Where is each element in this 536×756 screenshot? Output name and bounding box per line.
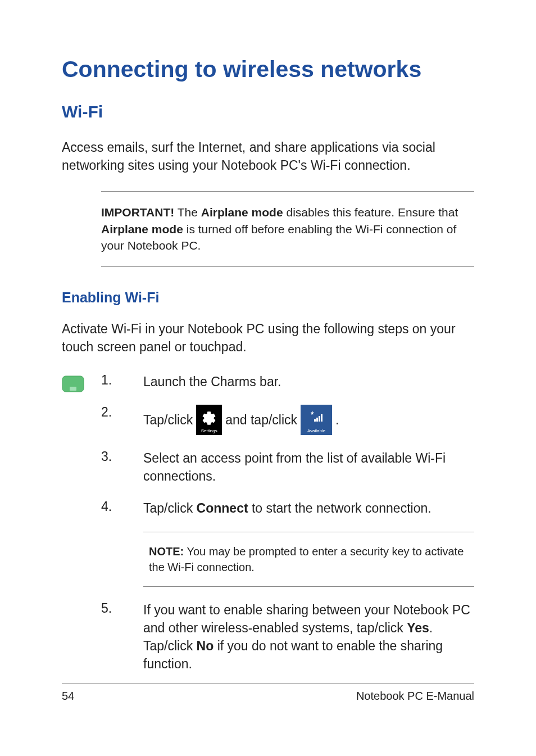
step-5-number: 5.: [101, 601, 143, 673]
svg-rect-5: [319, 416, 320, 422]
step-2-text-a: Tap/click: [143, 411, 193, 429]
step-3-number: 3.: [101, 449, 143, 485]
subsection-intro: Activate Wi-Fi in your Notebook PC using…: [62, 320, 474, 356]
step-2-number: 2.: [101, 405, 143, 435]
page-footer: 54 Notebook PC E-Manual: [62, 683, 474, 703]
step-5-text: If you want to enable sharing between yo…: [143, 601, 474, 673]
step-3: 3. Select an access point from the list …: [101, 449, 474, 485]
step-1: 1. Launch the Charms bar.: [101, 373, 474, 391]
touchpad-icon: [62, 375, 84, 687]
important-part2: disables this feature. Ensure that: [283, 206, 458, 219]
step-2: 2. Tap/click Settings and tap/click *: [101, 405, 474, 435]
note-callout: NOTE: You may be prompted to enter a sec…: [143, 532, 474, 587]
important-label: IMPORTANT!: [101, 206, 174, 219]
note-body: You may be prompted to enter a security …: [149, 545, 464, 573]
step-5: 5. If you want to enable sharing between…: [101, 601, 474, 673]
svg-rect-1: [70, 387, 76, 391]
section-heading-wifi: Wi-Fi: [62, 102, 474, 121]
important-bold1: Airplane mode: [201, 206, 283, 219]
step-5-bold2: No: [197, 639, 214, 653]
step-4-text: Tap/click Connect to start the network c…: [143, 499, 474, 517]
note-text: NOTE: You may be prompted to enter a sec…: [149, 544, 469, 575]
step-5-bold1: Yes: [407, 621, 429, 635]
step-4-number: 4.: [101, 499, 143, 517]
svg-rect-4: [316, 418, 318, 422]
important-text: IMPORTANT! The Airplane mode disables th…: [101, 204, 474, 253]
important-bold2: Airplane mode: [101, 223, 183, 236]
important-part1: The: [174, 206, 201, 219]
main-title: Connecting to wireless networks: [62, 56, 474, 83]
step-4-bold: Connect: [197, 501, 248, 515]
step-3-text: Select an access point from the list of …: [143, 449, 474, 485]
step-2-text: Tap/click Settings and tap/click *: [143, 405, 474, 435]
footer-doc-title: Notebook PC E-Manual: [356, 690, 474, 703]
subsection-heading: Enabling Wi-Fi: [62, 289, 474, 306]
step-1-number: 1.: [101, 373, 143, 391]
settings-icon: Settings: [196, 405, 222, 435]
step-2-text-c: .: [335, 411, 339, 429]
svg-rect-6: [321, 414, 322, 422]
svg-text:*: *: [311, 410, 314, 419]
available-label: Available: [301, 428, 332, 434]
note-label: NOTE:: [149, 545, 184, 558]
step-4-text-a: Tap/click: [143, 501, 197, 515]
step-4-text-b: to start the network connection.: [248, 501, 431, 515]
step-2-text-b: and tap/click: [225, 411, 297, 429]
settings-label: Settings: [196, 428, 222, 434]
important-callout: IMPORTANT! The Airplane mode disables th…: [101, 191, 474, 266]
intro-paragraph: Access emails, surf the Internet, and sh…: [62, 138, 474, 174]
page-number: 54: [62, 690, 74, 703]
svg-rect-3: [314, 419, 316, 422]
steps-list: 1. Launch the Charms bar. 2. Tap/click S…: [101, 373, 474, 687]
available-icon: * Available: [301, 405, 332, 435]
steps-container: 1. Launch the Charms bar. 2. Tap/click S…: [62, 373, 474, 687]
step-4: 4. Tap/click Connect to start the networ…: [101, 499, 474, 517]
step-1-text: Launch the Charms bar.: [143, 373, 474, 391]
